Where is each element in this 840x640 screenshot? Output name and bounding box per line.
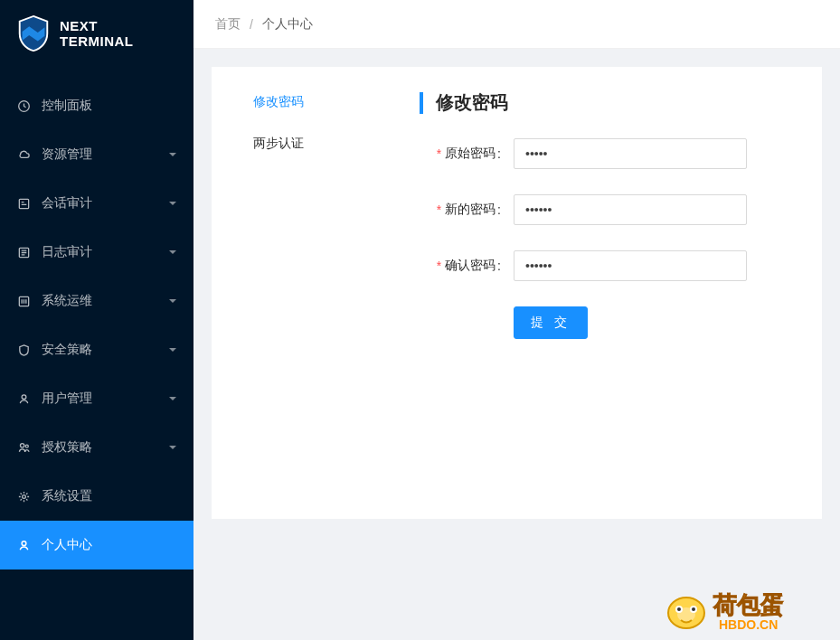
svg-point-6 xyxy=(25,445,28,447)
session-icon xyxy=(16,196,31,211)
policy-icon xyxy=(16,440,31,455)
sidebar-item-label: 用户管理 xyxy=(42,391,168,407)
label-colon: : xyxy=(497,259,501,273)
sidebar-item-label: 资源管理 xyxy=(42,146,168,163)
ops-icon xyxy=(16,294,31,308)
user-icon xyxy=(16,391,31,406)
label-colon: : xyxy=(497,202,501,217)
chevron-down-icon xyxy=(168,150,177,159)
product-name-line1: NEXT xyxy=(60,18,134,33)
required-asterisk: * xyxy=(437,146,441,161)
sidebar-item-label: 控制面板 xyxy=(42,98,177,114)
sidebar-item-label: 会话审计 xyxy=(42,195,168,212)
required-asterisk: * xyxy=(437,202,441,217)
shield-icon xyxy=(16,343,31,357)
main: 首页 / 个人中心 修改密码 两步认证 修改密码 * 原始密码 : xyxy=(193,0,840,640)
chevron-down-icon xyxy=(168,394,177,403)
tab-two-factor[interactable]: 两步认证 xyxy=(230,123,392,165)
clock-icon xyxy=(16,99,31,113)
sidebar: NEXT TERMINAL 控制面板 资源管理 会话审计 xyxy=(0,0,193,640)
submit-row: 提 交 xyxy=(420,306,804,339)
sidebar-item-label: 系统设置 xyxy=(42,488,177,504)
user-icon xyxy=(16,538,31,552)
breadcrumb: 首页 / 个人中心 xyxy=(193,0,840,49)
form-label-confirm-password: * 确认密码 : xyxy=(420,258,503,274)
product-name-line2: TERMINAL xyxy=(60,33,134,49)
confirm-password-input[interactable] xyxy=(514,250,747,281)
content-card: 修改密码 两步认证 修改密码 * 原始密码 : * xyxy=(212,67,822,519)
sidebar-item-session-audit[interactable]: 会话审计 xyxy=(0,179,193,228)
label-text: 确认密码 xyxy=(445,258,496,274)
product-name: NEXT TERMINAL xyxy=(60,18,134,50)
sidebar-item-label: 个人中心 xyxy=(42,537,177,553)
side-tabs: 修改密码 两步认证 xyxy=(230,90,392,495)
panel: 修改密码 * 原始密码 : * 新的密码 : xyxy=(392,90,804,495)
form-label-old-password: * 原始密码 : xyxy=(420,146,503,162)
shield-logo-icon xyxy=(16,14,51,52)
chevron-down-icon xyxy=(168,345,177,354)
breadcrumb-current: 个人中心 xyxy=(262,16,313,33)
title-accent-bar xyxy=(420,92,423,114)
gear-icon xyxy=(16,489,31,504)
sidebar-item-system-settings[interactable]: 系统设置 xyxy=(0,472,193,521)
panel-title: 修改密码 xyxy=(436,90,508,115)
logo-area: NEXT TERMINAL xyxy=(0,0,193,63)
sidebar-item-profile[interactable]: 个人中心 xyxy=(0,521,193,569)
sidebar-item-label: 授权策略 xyxy=(42,439,168,456)
sidebar-item-resources[interactable]: 资源管理 xyxy=(0,130,193,179)
sidebar-item-security[interactable]: 安全策略 xyxy=(0,325,193,374)
form-row-confirm-password: * 确认密码 : xyxy=(420,250,804,281)
chevron-down-icon xyxy=(168,443,177,452)
sidebar-item-dashboard[interactable]: 控制面板 xyxy=(0,81,193,130)
old-password-input[interactable] xyxy=(514,138,747,169)
chevron-down-icon xyxy=(168,199,177,208)
form-label-new-password: * 新的密码 : xyxy=(420,202,503,218)
svg-point-4 xyxy=(22,394,26,399)
form-row-new-password: * 新的密码 : xyxy=(420,194,804,225)
sidebar-item-label: 安全策略 xyxy=(42,342,168,358)
required-asterisk: * xyxy=(437,259,441,273)
sidebar-item-auth-policy[interactable]: 授权策略 xyxy=(0,423,193,472)
svg-point-5 xyxy=(20,443,24,447)
svg-point-7 xyxy=(22,494,25,498)
new-password-input[interactable] xyxy=(514,194,747,225)
log-icon xyxy=(16,245,31,259)
panel-title-area: 修改密码 xyxy=(420,90,804,115)
sidebar-item-log-audit[interactable]: 日志审计 xyxy=(0,228,193,277)
chevron-down-icon xyxy=(168,248,177,257)
sidebar-item-label: 系统运维 xyxy=(42,293,168,309)
submit-button[interactable]: 提 交 xyxy=(514,306,588,339)
tab-label: 两步认证 xyxy=(253,136,304,150)
sidebar-item-ops[interactable]: 系统运维 xyxy=(0,277,193,325)
breadcrumb-separator: / xyxy=(250,17,253,32)
label-text: 原始密码 xyxy=(445,146,496,162)
svg-rect-1 xyxy=(19,199,28,208)
sidebar-item-label: 日志审计 xyxy=(42,244,168,260)
cloud-icon xyxy=(16,147,31,162)
form-row-old-password: * 原始密码 : xyxy=(420,138,804,169)
tab-change-password[interactable]: 修改密码 xyxy=(230,90,392,123)
svg-point-8 xyxy=(22,541,26,545)
label-text: 新的密码 xyxy=(445,202,496,218)
nav-list: 控制面板 资源管理 会话审计 日志审计 系统运 xyxy=(0,81,193,569)
sidebar-item-users[interactable]: 用户管理 xyxy=(0,374,193,423)
label-colon: : xyxy=(497,146,501,161)
tab-label: 修改密码 xyxy=(253,94,304,108)
chevron-down-icon xyxy=(168,296,177,306)
breadcrumb-root[interactable]: 首页 xyxy=(215,16,241,33)
